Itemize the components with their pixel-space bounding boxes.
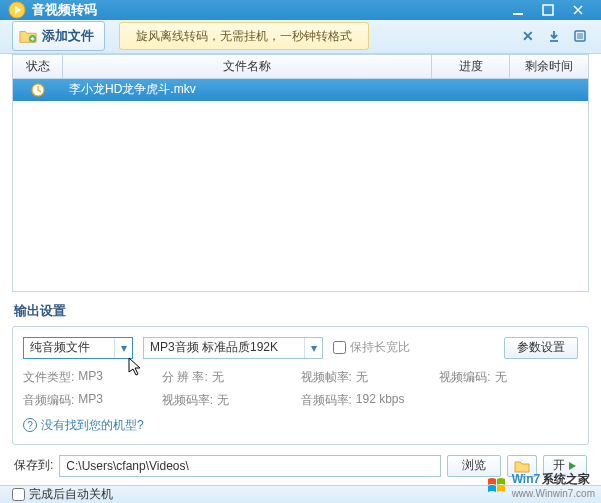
tip-banner: 旋风离线转码，无需挂机，一秒钟转格式 bbox=[119, 22, 369, 50]
output-format-value: MP3音频 标准品质192K bbox=[144, 339, 304, 356]
th-progress: 进度 bbox=[432, 55, 510, 78]
output-type-combo[interactable]: 纯音频文件 ▾ bbox=[23, 337, 133, 359]
svg-rect-2 bbox=[513, 13, 523, 15]
help-link[interactable]: ? 没有找到您的机型? bbox=[23, 417, 578, 434]
param-settings-button[interactable]: 参数设置 bbox=[504, 337, 578, 359]
keep-ratio-checkbox[interactable]: 保持长宽比 bbox=[333, 339, 410, 356]
watermark: Win7 系统之家 www.Winwin7.com bbox=[486, 471, 595, 499]
settings-icon[interactable] bbox=[571, 27, 589, 45]
titlebar: 音视频转码 bbox=[0, 0, 601, 20]
output-settings-panel: 纯音频文件 ▾ MP3音频 标准品质192K ▾ 保持长宽比 参数设置 文件类型… bbox=[12, 326, 589, 445]
output-format-combo[interactable]: MP3音频 标准品质192K ▾ bbox=[143, 337, 323, 359]
windows-logo-icon bbox=[486, 475, 508, 495]
watermark-brand1: Win7 bbox=[512, 472, 541, 486]
svg-marker-13 bbox=[569, 462, 576, 470]
auto-shutdown-checkbox[interactable]: 完成后自动关机 bbox=[12, 486, 113, 503]
watermark-url: www.Winwin7.com bbox=[512, 488, 595, 499]
app-logo-icon bbox=[8, 1, 26, 19]
app-window: 音视频转码 添加文件 旋风离线转码，无需挂机，一秒钟转格式 ✕ bbox=[0, 0, 601, 503]
play-icon bbox=[567, 461, 577, 471]
close-button[interactable] bbox=[563, 0, 593, 20]
help-icon: ? bbox=[23, 418, 37, 432]
down-arrow-icon[interactable] bbox=[545, 27, 563, 45]
chevron-down-icon: ▾ bbox=[304, 338, 322, 358]
table-header: 状态 文件名称 进度 剩余时间 bbox=[13, 55, 588, 79]
folder-plus-icon bbox=[19, 28, 37, 44]
help-text: 没有找到您的机型? bbox=[41, 417, 144, 434]
main-content: 状态 文件名称 进度 剩余时间 李小龙HD龙争虎斗.mkv 输出设置 bbox=[0, 54, 601, 485]
cell-progress bbox=[432, 79, 510, 101]
save-path-input[interactable] bbox=[59, 455, 441, 477]
table-row[interactable]: 李小龙HD龙争虎斗.mkv bbox=[13, 79, 588, 101]
chevron-down-icon: ▾ bbox=[114, 338, 132, 358]
info-audio-codec: 音频编码:MP3 bbox=[23, 392, 162, 409]
info-resolution: 分 辨 率:无 bbox=[162, 369, 301, 386]
info-video-codec: 视频编码:无 bbox=[439, 369, 578, 386]
auto-shutdown-input[interactable] bbox=[12, 488, 25, 501]
minimize-button[interactable] bbox=[503, 0, 533, 20]
window-title: 音视频转码 bbox=[32, 1, 503, 19]
keep-ratio-input[interactable] bbox=[333, 341, 346, 354]
output-section-label: 输出设置 bbox=[14, 302, 589, 320]
output-info-grid: 文件类型:MP3 分 辨 率:无 视频帧率:无 视频编码:无 音频编码:MP3 … bbox=[23, 369, 578, 409]
keep-ratio-label: 保持长宽比 bbox=[350, 339, 410, 356]
table-body: 李小龙HD龙争虎斗.mkv bbox=[13, 79, 588, 291]
file-table: 状态 文件名称 进度 剩余时间 李小龙HD龙争虎斗.mkv bbox=[12, 54, 589, 292]
cell-time bbox=[510, 79, 588, 101]
add-file-label: 添加文件 bbox=[42, 27, 94, 45]
info-video-bitrate: 视频码率:无 bbox=[162, 392, 301, 409]
footer: 完成后自动关机 Win7 系统之家 www.Winwin7.com bbox=[0, 485, 601, 503]
clock-icon bbox=[31, 83, 45, 97]
toolbar-actions: ✕ bbox=[519, 27, 589, 45]
info-file-type: 文件类型:MP3 bbox=[23, 369, 162, 386]
output-type-value: 纯音频文件 bbox=[24, 339, 114, 356]
toolbar: 添加文件 旋风离线转码，无需挂机，一秒钟转格式 ✕ bbox=[0, 20, 601, 54]
cell-name: 李小龙HD龙争虎斗.mkv bbox=[63, 79, 432, 101]
info-video-fps: 视频帧率:无 bbox=[301, 369, 440, 386]
th-time: 剩余时间 bbox=[510, 55, 588, 78]
info-audio-bitrate: 音频码率:192 kbps bbox=[301, 392, 440, 409]
watermark-brand2: 系统之家 bbox=[542, 471, 590, 488]
cell-status bbox=[13, 79, 63, 101]
add-file-button[interactable]: 添加文件 bbox=[12, 21, 105, 51]
auto-shutdown-label: 完成后自动关机 bbox=[29, 486, 113, 503]
maximize-button[interactable] bbox=[533, 0, 563, 20]
th-name: 文件名称 bbox=[63, 55, 432, 78]
th-status: 状态 bbox=[13, 55, 63, 78]
save-label: 保存到: bbox=[14, 457, 53, 474]
remove-icon[interactable]: ✕ bbox=[519, 27, 537, 45]
svg-rect-3 bbox=[543, 5, 553, 15]
